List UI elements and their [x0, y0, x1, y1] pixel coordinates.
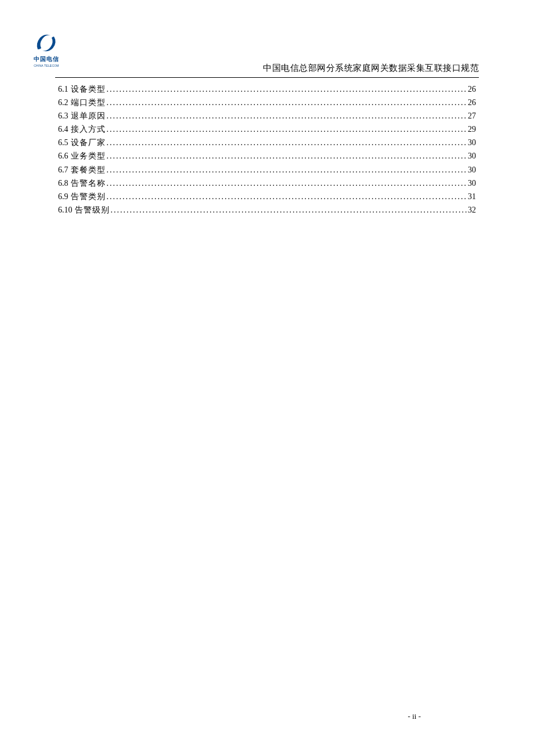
document-page: 中国电信 CHINA TELECOM 中国电信总部网分系统家庭网关数据采集互联接… — [0, 0, 534, 756]
china-telecom-logo-icon — [34, 32, 59, 54]
toc-page: 32 — [468, 203, 476, 217]
page-number-footer: - ii - — [408, 712, 421, 721]
toc-page: 31 — [468, 190, 476, 203]
page-header-title: 中国电信总部网分系统家庭网关数据采集互联接口规范 — [55, 63, 479, 74]
toc-leader-dots — [107, 123, 467, 136]
toc-entry: 6.3 退单原因 27 — [58, 109, 476, 123]
table-of-contents: 6.1 设备类型 26 6.2 端口类型 26 6.3 退单原因 27 6.4 … — [55, 82, 479, 217]
toc-title: 设备厂家 — [71, 136, 106, 149]
toc-number: 6.2 — [58, 96, 68, 109]
toc-entry: 6.7 套餐类型 30 — [58, 163, 476, 177]
toc-title: 业务类型 — [71, 149, 106, 163]
toc-entry: 6.1 设备类型 26 — [58, 82, 476, 96]
toc-page: 29 — [468, 123, 476, 136]
toc-number: 6.4 — [58, 123, 68, 136]
toc-leader-dots — [107, 177, 467, 190]
toc-leader-dots — [107, 190, 467, 203]
header-divider — [55, 77, 479, 78]
toc-page: 26 — [468, 96, 476, 109]
toc-title: 退单原因 — [71, 109, 106, 123]
toc-leader-dots — [107, 136, 467, 149]
toc-number: 6.1 — [58, 82, 68, 96]
toc-entry: 6.9 告警类别 31 — [58, 190, 476, 203]
toc-page: 30 — [468, 136, 476, 149]
toc-number: 6.6 — [58, 149, 68, 163]
toc-title: 设备类型 — [71, 82, 106, 96]
toc-leader-dots — [111, 203, 467, 217]
toc-entry: 6.5 设备厂家 30 — [58, 136, 476, 149]
toc-entry: 6.8 告警名称 30 — [58, 177, 476, 190]
toc-leader-dots — [107, 96, 467, 109]
logo-brand-en: CHINA TELECOM — [34, 64, 59, 67]
toc-page: 30 — [468, 163, 476, 177]
toc-number: 6.9 — [58, 190, 68, 203]
toc-page: 30 — [468, 177, 476, 190]
toc-title: 告警类别 — [71, 190, 106, 203]
toc-number: 6.3 — [58, 109, 68, 123]
toc-leader-dots — [107, 109, 467, 123]
toc-page: 30 — [468, 149, 476, 163]
toc-title: 接入方式 — [71, 123, 106, 136]
toc-leader-dots — [107, 82, 467, 96]
toc-entry: 6.10 告警级别 32 — [58, 203, 476, 217]
toc-entry: 6.4 接入方式 29 — [58, 123, 476, 136]
toc-number: 6.7 — [58, 163, 68, 177]
toc-number: 6.5 — [58, 136, 68, 149]
toc-number: 6.8 — [58, 177, 68, 190]
toc-page: 26 — [468, 82, 476, 96]
toc-title: 告警名称 — [71, 177, 106, 190]
toc-page: 27 — [468, 109, 476, 123]
logo-brand-cn: 中国电信 — [34, 55, 59, 63]
toc-title: 端口类型 — [71, 96, 106, 109]
toc-entry: 6.6 业务类型 30 — [58, 149, 476, 163]
toc-leader-dots — [107, 149, 467, 163]
toc-leader-dots — [107, 163, 467, 177]
toc-title: 套餐类型 — [71, 163, 106, 177]
toc-number: 6.10 — [58, 203, 73, 217]
toc-entry: 6.2 端口类型 26 — [58, 96, 476, 109]
toc-title: 告警级别 — [75, 203, 110, 217]
logo: 中国电信 CHINA TELECOM — [26, 32, 67, 73]
